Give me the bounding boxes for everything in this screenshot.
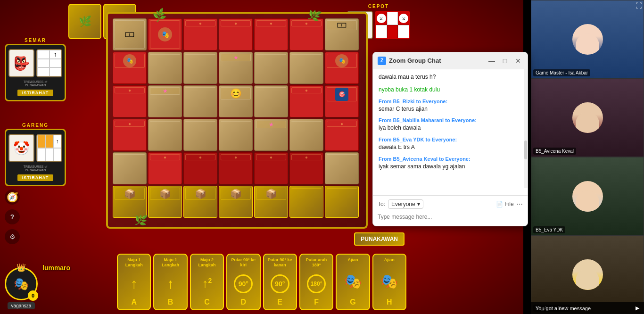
- zoom-close-button[interactable]: ✕: [513, 56, 523, 66]
- zoom-logo: Z: [378, 57, 386, 65]
- punakawan-banner: PUNAKAWAN: [354, 232, 405, 246]
- notification-text: You got a new message: [536, 306, 591, 311]
- gareng-card: GARENG 🤡 ↑ TREASURES ofPUNAKAWAN ISTIRAH…: [5, 123, 66, 186]
- chat-message-2: From B5_Rizki to Everyone: semar C terus…: [379, 99, 522, 113]
- chat-message-5: From B5_Avicena Keval to Everyone: iyak …: [379, 156, 522, 171]
- chat-message-4: From B5_Eva YDK to Everyone: dawala E tr…: [379, 137, 522, 151]
- cell-4-4: ●: [254, 152, 288, 184]
- cell-5-1: 📦: [148, 186, 182, 218]
- player-info: 👑 🎭 0 lummaro vagansza: [5, 267, 38, 309]
- chat-message-0: dawala mau a terus h?: [379, 73, 522, 81]
- settings-button[interactable]: ⚙: [5, 229, 20, 244]
- cell-5-6: [325, 186, 359, 218]
- video-label-3: B5_Eva YDK: [533, 226, 565, 233]
- zoom-chat-title-area: Z Zoom Group Chat: [378, 57, 441, 65]
- cell-0-1: 🎭: [148, 18, 182, 50]
- video-label-1: Game Master - Isa Akbar: [533, 69, 590, 76]
- cell-2-5: ●: [289, 85, 323, 117]
- cell-2-4: [254, 85, 288, 117]
- cell-3-2: [183, 119, 217, 151]
- person2-avatar: [572, 102, 603, 133]
- cell-5-2: 📦: [183, 186, 217, 218]
- zoom-message-input[interactable]: [378, 212, 523, 222]
- leaf-decor-3: 🌿: [133, 213, 148, 227]
- bottom-notification: You got a new message ▶: [531, 302, 644, 314]
- help-button[interactable]: ?: [5, 209, 20, 224]
- player-username: vagansza: [8, 302, 35, 309]
- card-d[interactable]: Putar 90° ke kiri 90° D: [226, 254, 260, 310]
- video-label-2: B5_Avicena Keval: [533, 148, 576, 155]
- cell-1-3: ★: [219, 52, 253, 84]
- card-b[interactable]: Maju 1 Langkah ↑ B: [153, 254, 187, 310]
- cell-2-1: ★: [148, 85, 182, 117]
- semar-brand-text: TREASURES ofPUNAKAWAN: [24, 80, 48, 87]
- video-tile-1: Game Master - Isa Akbar: [531, 0, 644, 79]
- cell-0-5: ●: [289, 18, 323, 50]
- cell-4-5: ●: [289, 152, 323, 184]
- file-icon: 📄: [496, 201, 503, 207]
- cell-4-1: ●: [148, 152, 182, 184]
- video-tile-2: B5_Avicena Keval: [531, 79, 644, 157]
- chat-message-1: nyoba buka 1 kotak dulu: [379, 86, 522, 94]
- zoom-maximize-button[interactable]: □: [500, 56, 510, 66]
- cell-1-4: [254, 52, 288, 84]
- cell-4-2: ●: [183, 152, 217, 184]
- zoom-minimize-button[interactable]: —: [487, 56, 496, 66]
- zoom-more-button[interactable]: ···: [517, 200, 523, 208]
- cell-1-1: [148, 52, 182, 84]
- gareng-card-grid: ↑: [36, 134, 62, 162]
- cell-1-2: [183, 52, 217, 84]
- side-nav: 🧭 ? ⚙: [5, 190, 20, 244]
- zoom-chat-window: Z Zoom Group Chat — □ ✕ dawala mau a ter…: [372, 52, 528, 226]
- person4-avatar: [572, 259, 603, 290]
- person3-avatar: [572, 181, 603, 212]
- zoom-chat-title: Zoom Group Chat: [389, 57, 441, 64]
- cell-5-3: 📦: [219, 186, 253, 218]
- card-g[interactable]: Ajian 🎭 G: [336, 254, 370, 310]
- cell-4-3: ●: [219, 152, 253, 184]
- compass-button[interactable]: 🧭: [5, 190, 20, 205]
- cell-4-6: [325, 152, 359, 184]
- cell-3-0: ●: [113, 119, 147, 151]
- cell-2-0: ●: [113, 85, 147, 117]
- player-avatar: 👑 🎭 0: [5, 267, 38, 300]
- zoom-chat-controls: — □ ✕: [487, 56, 523, 66]
- cell-2-2: [183, 85, 217, 117]
- cell-0-6: 🀱: [325, 18, 359, 50]
- cepot-card: ⚔ ⚔: [375, 11, 410, 39]
- cell-3-4: ★: [254, 119, 288, 151]
- zoom-file-button[interactable]: 📄 File: [496, 201, 513, 207]
- semar-avatar: 👺: [8, 49, 34, 77]
- cell-0-2: ●: [183, 18, 217, 50]
- top-left-ornament-left: 🌿: [68, 4, 101, 39]
- cell-0-4: ●: [254, 18, 288, 50]
- cell-1-5: [289, 52, 323, 84]
- person1-avatar: [572, 24, 603, 55]
- game-board: 🀱 🎭 ● ● ● ● 🀱 🎭 ★ 🎭 ● ★ 😊: [106, 12, 368, 229]
- action-cards-row: Maju 1 Langkah ↑ A Maju 1 Langkah ↑ B Ma…: [117, 254, 406, 310]
- cell-3-5: [289, 119, 323, 151]
- video-tile-3: B5_Eva YDK: [531, 157, 644, 236]
- gareng-avatar: 🤡: [8, 134, 34, 162]
- chat-scrollbar-thumb[interactable]: [524, 140, 527, 159]
- video-panel: ⛶ Game Master - Isa Akbar B5_Avicena Kev…: [531, 0, 644, 314]
- card-a[interactable]: Maju 1 Langkah ↑ A: [117, 254, 151, 310]
- lummaro-brand: lummaro: [42, 264, 70, 272]
- cell-1-0: 🎭: [113, 52, 147, 84]
- zoom-chat-messages: dawala mau a terus h? nyoba buka 1 kotak…: [373, 69, 528, 195]
- card-f[interactable]: Putar arah 180° 180° F: [299, 254, 333, 310]
- card-h[interactable]: Ajian 🎭 H: [372, 254, 406, 310]
- zoom-to-row: To: Everyone ▾ 📄 File ···: [378, 199, 523, 209]
- card-c[interactable]: Maju 2 Langkah ↑2 C: [190, 254, 224, 310]
- cell-1-6: 🎭: [325, 52, 359, 84]
- cell-5-4: 📦: [254, 186, 288, 218]
- gareng-brand-text: TREASURES ofPUNAKAWAN: [24, 165, 48, 172]
- zoom-chat-input-area: To: Everyone ▾ 📄 File ···: [373, 195, 528, 226]
- cell-0-3: ●: [219, 18, 253, 50]
- chat-scrollbar-track[interactable]: [524, 69, 528, 188]
- card-e[interactable]: Putar 90° ke kanan 90° E: [263, 254, 297, 310]
- cell-3-6: ●: [325, 119, 359, 151]
- fullscreen-button[interactable]: ⛶: [636, 2, 642, 9]
- zoom-to-selector[interactable]: Everyone ▾: [388, 199, 423, 209]
- chevron-down-icon: ▾: [417, 201, 420, 207]
